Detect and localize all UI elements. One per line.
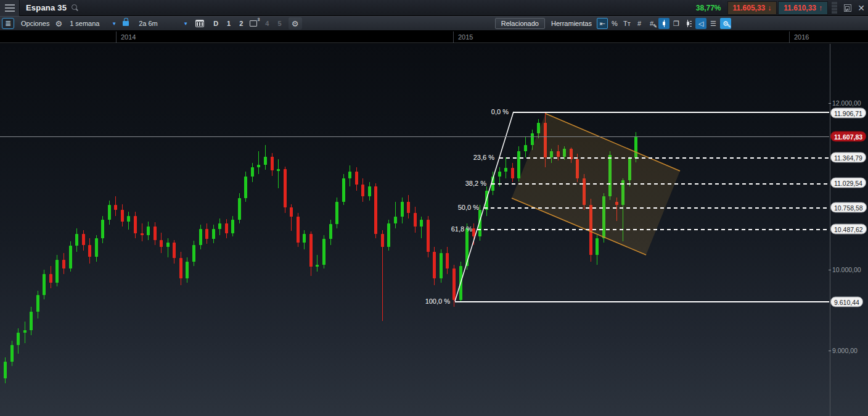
candle [446, 253, 449, 268]
eraser-icon[interactable]: ◁ [695, 18, 706, 29]
candle [192, 245, 195, 262]
view-button-d[interactable]: D [209, 20, 223, 27]
candle [95, 238, 98, 257]
candle [596, 238, 599, 255]
candle [407, 202, 410, 214]
draw-settings-icon[interactable]: ⚙✎ [720, 18, 731, 29]
candle [602, 196, 605, 238]
candle-wick [258, 151, 259, 174]
price-axis-label: 11.364,79 [830, 152, 866, 163]
candle [69, 246, 72, 268]
candle [544, 123, 547, 157]
candle [615, 202, 618, 205]
candle [368, 186, 371, 196]
candle [309, 234, 313, 267]
candle [297, 217, 300, 243]
interval-dropdown[interactable]: 1 semana ▼ [65, 16, 119, 31]
current-price-label: 11.607,83 [830, 131, 866, 142]
candle [557, 151, 560, 156]
fib-level-line[interactable] [514, 112, 829, 113]
candle [134, 216, 137, 233]
candle [43, 274, 46, 295]
chart-area[interactable]: 12.000,0010.000,009.000,00 11.906,7111.3… [0, 44, 868, 416]
settings-gear-button[interactable]: ⚙ [289, 17, 302, 30]
fib-level-line[interactable] [477, 229, 829, 230]
display-lines-icon[interactable]: ☰ [708, 18, 719, 29]
view-button-5-disabled: 5 [273, 20, 285, 27]
buy-price-button[interactable]: 11.610,33 ↑ [778, 1, 828, 15]
popout-icon [844, 4, 851, 12]
candle [121, 210, 124, 222]
draw-grid-icon[interactable]: #✎ [646, 18, 657, 29]
price-axis-label: 11.029,54 [830, 178, 866, 188]
candle-wick [616, 198, 617, 221]
watchlist-button[interactable]: ≣ [2, 18, 14, 29]
close-button[interactable]: ✕ [854, 1, 868, 15]
indicators-icon[interactable] [683, 18, 694, 29]
candle [114, 205, 117, 210]
candle [608, 155, 612, 197]
candle [212, 229, 215, 239]
time-axis[interactable]: 201420152016 [0, 31, 868, 43]
candle [452, 268, 456, 300]
fib-level-line[interactable] [499, 157, 829, 159]
candle [387, 223, 390, 247]
search-icon[interactable] [72, 4, 79, 12]
fib-level-line[interactable] [484, 207, 829, 209]
candle [531, 133, 534, 145]
lock-icon[interactable] [123, 21, 129, 26]
year-tick [116, 31, 117, 43]
candle [49, 274, 52, 283]
candle [154, 227, 157, 240]
candle [394, 217, 397, 223]
candle [30, 312, 33, 330]
candle [4, 362, 7, 378]
hamburger-menu-button[interactable] [0, 0, 20, 16]
axis-tick-label: 9.000,00 [832, 347, 858, 354]
candle [17, 333, 20, 345]
change-percent: 38,77% [696, 4, 721, 12]
candle-wick [278, 159, 279, 188]
chart-layout-button[interactable]: 3 [250, 20, 257, 27]
range-value: 2a 6m [134, 20, 158, 27]
candle [218, 223, 221, 229]
related-button[interactable]: Relacionado [495, 18, 545, 29]
percent-scale-icon[interactable]: % [609, 18, 620, 29]
text-tool-icon[interactable]: Tᴛ [621, 18, 633, 29]
candle [62, 260, 65, 268]
candle [342, 178, 345, 202]
windows-layout-icon[interactable]: ❐ [671, 18, 682, 29]
view-button-1[interactable]: 1 [223, 20, 235, 27]
grid-icon[interactable]: # [634, 18, 645, 29]
candle [23, 330, 27, 333]
candle [511, 168, 514, 178]
range-dropdown[interactable]: 2a 6m ▼ [134, 16, 190, 31]
candle [231, 220, 234, 233]
options-button[interactable]: Opciones [18, 16, 52, 31]
popout-button[interactable] [841, 1, 854, 15]
tick-down-arrow-icon: ↓ [768, 4, 771, 12]
fib-level-line[interactable] [455, 301, 829, 302]
snap-back-icon[interactable]: ⇤ [597, 18, 608, 29]
fib-label: 50,0 % [458, 204, 484, 211]
candle [381, 234, 384, 246]
options-gear-icon[interactable]: ⚙ [52, 16, 65, 31]
title-bar: Espana 35 38,77% 11.605,33 ↓ 11.610,33 ↑… [0, 0, 868, 16]
candlestick-style-icon[interactable] [658, 18, 669, 29]
candle [127, 216, 130, 222]
candle [420, 220, 423, 227]
fib-label: 61,8 % [451, 225, 477, 233]
candle-wick [25, 322, 25, 343]
buy-price: 11.610,33 [784, 4, 816, 12]
candle [634, 136, 637, 158]
candle [160, 240, 163, 247]
fib-level-line[interactable] [491, 183, 829, 185]
calendar-icon[interactable] [195, 20, 204, 27]
candle [401, 202, 404, 217]
drag-grip-icon[interactable] [832, 2, 837, 14]
trading-app-window: Espana 35 38,77% 11.605,33 ↓ 11.610,33 ↑… [0, 0, 868, 416]
instrument-title: Espana 35 [26, 3, 67, 12]
view-button-2[interactable]: 2 [235, 20, 247, 27]
candle [316, 265, 319, 267]
sell-price-button[interactable]: 11.605,33 ↓ [727, 1, 777, 15]
